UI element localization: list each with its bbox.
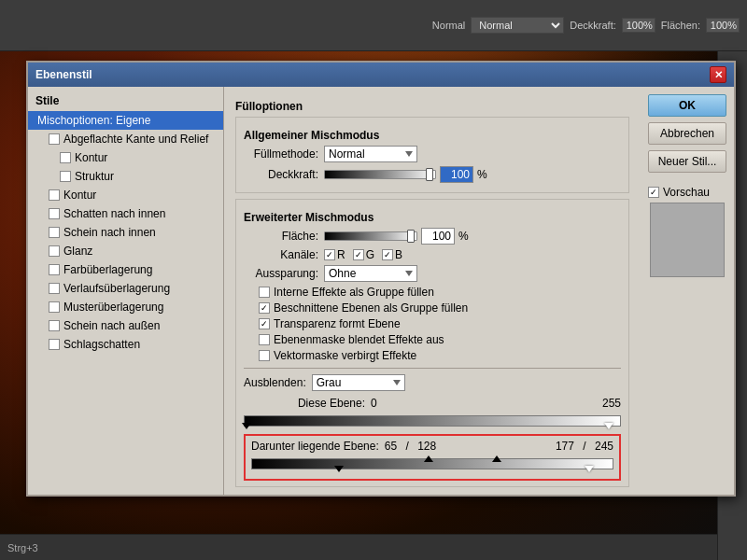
checkbox-vector-mask[interactable] (259, 350, 270, 361)
channels-row: Kanäle: R G B (244, 248, 621, 261)
opacity-slider-track[interactable] (324, 170, 436, 179)
style-item-kontur[interactable]: Kontur (28, 186, 223, 204)
style-item-glanz[interactable]: Glanz (28, 242, 223, 260)
close-button[interactable]: ✕ (710, 66, 726, 83)
ausblenden-label: Ausblenden: (244, 376, 306, 389)
style-item-struktur[interactable]: Struktur (28, 167, 223, 186)
checkbox-schein-aussen[interactable] (49, 320, 60, 331)
style-item-schatten-innen[interactable]: Schatten nach innen (28, 204, 223, 223)
darunter-row: Darunter liegende Ebene: 65 / 128 177 / … (251, 440, 613, 453)
fill-input[interactable] (706, 18, 740, 33)
checkbox-struktur[interactable] (60, 171, 71, 182)
fulloptions-header: Fülloptionen (235, 100, 629, 113)
blend-mode-label: Normal (432, 20, 465, 31)
checkbox-schein-innen[interactable] (49, 227, 60, 238)
extended-blend-header: Erweiterter Mischmodus (244, 211, 621, 224)
style-item-mischoptionen[interactable]: Mischoptionen: Eigene (28, 111, 223, 130)
ausblenden-select[interactable]: Grau (312, 374, 405, 391)
style-item-farbuberlagerung[interactable]: Farbüberlagerung (28, 260, 223, 279)
checkbox-channel-r[interactable] (324, 249, 335, 260)
flache-slider-thumb[interactable] (407, 230, 415, 243)
fill-label: Flächen: (661, 20, 700, 31)
dialog-body: Stile Mischoptionen: Eigene Abgeflachte … (28, 87, 734, 495)
topbar: Normal Normal Deckkraft: Flächen: (0, 0, 747, 51)
style-item-verlaufsuberlagerung[interactable]: Verlaufsüberlagerung (28, 279, 223, 298)
fill-method-row: Füllmethode: Normal (244, 146, 621, 162)
style-item-schlagschatten[interactable]: Schlagschatten (28, 335, 223, 354)
new-style-button[interactable]: Neuer Stil... (648, 150, 726, 173)
styles-panel: Stile Mischoptionen: Eigene Abgeflachte … (28, 87, 224, 495)
topbar-right: Normal Normal Deckkraft: Flächen: (432, 17, 740, 34)
style-item-kontur-sub[interactable]: Kontur (28, 148, 223, 167)
preview-section: Vorschau (648, 182, 726, 281)
checkbox-channel-b[interactable] (382, 249, 393, 260)
style-item-kante[interactable]: Abgeflachte Kante und Relief (28, 130, 223, 148)
checkbox-musteruberlagerung[interactable] (49, 301, 60, 313)
diese-ebene-left-handle[interactable] (242, 423, 251, 429)
checkbox-transparency[interactable] (259, 318, 270, 329)
checkbox-kante[interactable] (49, 133, 60, 145)
checkbox-glanz[interactable] (49, 245, 60, 257)
opacity-input-field[interactable] (440, 166, 473, 183)
style-item-label: Abgeflachte Kante und Relief (63, 133, 208, 146)
darunter-left-handle1[interactable] (334, 466, 344, 472)
diese-ebene-slider[interactable] (244, 412, 621, 430)
checkbox-internal-effects[interactable] (259, 287, 270, 298)
darunter-right-handle2[interactable] (585, 466, 594, 472)
style-item-label: Struktur (75, 170, 114, 183)
style-item-musteruberlagerung[interactable]: Musterüberlagerung (28, 298, 223, 316)
style-item-schein-aussen[interactable]: Schein nach außen (28, 316, 223, 335)
right-buttons-panel: OK Abbrechen Neuer Stil... Vorschau (641, 87, 734, 495)
darunter-right-handle1[interactable] (492, 455, 501, 462)
cancel-button[interactable]: Abbrechen (648, 122, 726, 145)
darunter-v3: 177 (556, 440, 574, 453)
checkbox-farbuberlagerung[interactable] (49, 264, 60, 275)
style-item-label: Kontur (75, 151, 107, 164)
checkbox-verlaufsuberlagerung[interactable] (49, 283, 60, 294)
style-item-label: Musterüberlagerung (63, 301, 163, 314)
darunter-slider[interactable] (251, 455, 613, 473)
check5-label: Vektormaske verbirgt Effekte (274, 349, 416, 362)
opacity-input[interactable] (622, 18, 655, 33)
channels-label: Kanäle: (244, 248, 318, 261)
darunter-v4: 245 (595, 440, 613, 453)
flache-input[interactable] (421, 228, 455, 245)
flache-row: Fläche: % (244, 228, 621, 245)
darunter-gradient-bar (251, 458, 613, 469)
style-item-schein-innen[interactable]: Schein nach innen (28, 223, 223, 242)
checkbox-preview[interactable] (648, 187, 659, 198)
opacity-slider-thumb[interactable] (426, 168, 433, 181)
checkbox-clipped-layers[interactable] (259, 302, 270, 314)
style-item-label: Mischoptionen: Eigene (37, 114, 150, 127)
channels-checkboxes: R G B (324, 248, 402, 261)
darunter-sep1: / (402, 440, 412, 453)
dialog-title: Ebenenstil (35, 68, 92, 81)
checkbox-schlagschatten[interactable] (49, 339, 60, 350)
checkbox-schatten-innen[interactable] (49, 208, 60, 219)
aussparung-select[interactable]: Ohne (324, 265, 417, 282)
checkbox-channel-g[interactable] (353, 249, 364, 260)
channel-b-item: B (382, 248, 402, 261)
diese-ebene-row: Diese Ebene: 0 255 (244, 397, 621, 410)
aussparung-label: Aussparung: (244, 267, 318, 280)
check4-row: Ebenenmaske blendet Effekte aus (259, 333, 621, 346)
ok-button[interactable]: OK (648, 94, 726, 117)
diese-ebene-right-handle[interactable] (604, 423, 613, 429)
flache-slider-track[interactable] (324, 231, 417, 241)
main-content: Fülloptionen Allgemeiner Mischmodus Füll… (224, 87, 641, 495)
style-item-label: Schein nach außen (63, 319, 160, 332)
darunter-label: Darunter liegende Ebene: (251, 440, 379, 453)
darunter-v2: 128 (417, 440, 436, 453)
fill-method-select[interactable]: Normal (324, 146, 417, 162)
check1-label: Interne Effekte als Gruppe füllen (274, 286, 434, 299)
blend-mode-select[interactable]: Normal (471, 17, 564, 34)
darunter-left-handle2[interactable] (424, 455, 433, 462)
checkbox-kontur[interactable] (49, 189, 60, 201)
checkbox-kontur-sub[interactable] (60, 152, 71, 163)
styles-header: Stile (28, 92, 223, 111)
channel-b-label: B (395, 248, 402, 261)
style-item-label: Kontur (63, 189, 96, 202)
check2-label: Beschnittene Ebenen als Gruppe füllen (274, 301, 468, 315)
channel-g-item: G (353, 248, 374, 261)
checkbox-layer-mask[interactable] (259, 334, 270, 345)
